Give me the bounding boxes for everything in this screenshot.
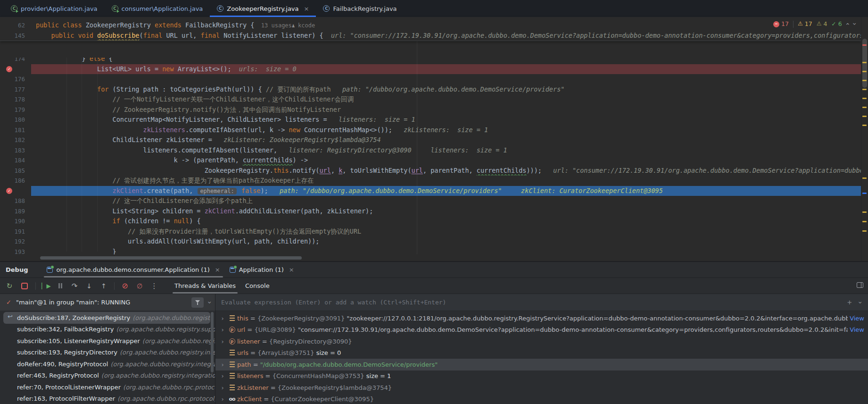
code-line[interactable]: 174 } else { [0,58,861,64]
no-breakpoints-icon[interactable]: ∅ [135,282,144,290]
evaluate-expression-bar[interactable]: Evaluate expression (Enter) or add a wat… [215,294,868,311]
frames-scrollbar[interactable] [211,312,214,372]
code-line[interactable]: 145 public void doSubscribe(final URL ur… [0,31,861,41]
line-number: 179 [14,106,25,113]
gutter: 177 [0,84,31,95]
editor-tab[interactable]: CFailbackRegistry.java [316,0,404,17]
variable-row[interactable]: ›zkListener = {ZookeeperRegistry$lambda@… [215,382,868,394]
step-into-icon[interactable]: ↓ [84,282,94,290]
code-line[interactable]: 179 // ZookeeperRegistry.notify()方法，其中会回… [0,105,861,115]
expand-chevron-icon[interactable]: › [218,361,227,368]
view-link[interactable]: View [850,315,864,322]
code-line[interactable]: 191 // 如果没有Provider注册，toUrlsWithEmpty()方… [0,227,861,237]
expand-chevron-icon[interactable]: › [218,326,227,333]
code-token [93,32,97,39]
code-line[interactable]: 181 zkListeners.computeIfAbsent(url, k -… [0,125,861,135]
tab-threads-variables[interactable]: Threads & Variables [170,278,240,294]
code-lines[interactable]: 174 } else {✓ List<URL> urls = new Array… [0,58,861,254]
rerun-icon[interactable]: ↻ [5,282,14,290]
horizontal-scrollbar[interactable] [40,256,302,260]
code-line[interactable]: 183 listeners.computeIfAbsent(listener, … [0,145,861,156]
code-line[interactable]: 177 for (String path : toCategoriesPath(… [0,84,861,95]
expand-chevron-icon[interactable]: › [218,372,227,379]
breakpoint-icon[interactable]: ✓ [6,66,12,72]
expand-chevron-icon[interactable]: › [218,315,227,322]
code-line[interactable]: 182 ChildListener zkListener = zkListene… [0,135,861,145]
gutter: 185 [0,166,31,176]
stripe-mark [862,98,867,99]
layout-settings-icon[interactable] [857,282,863,288]
view-link[interactable]: View [850,326,864,333]
debug-run-tab[interactable]: org.apache.dubbo.demo.consumer.Applicati… [42,262,224,278]
variable-row[interactable]: ›oozkClient = {CuratorZookeeperClient@30… [215,394,868,404]
code-line[interactable]: 189 List<String> children = zkClient.add… [0,206,861,217]
resume-icon[interactable]: ▶ [41,283,51,289]
step-out-icon[interactable]: ↑ [99,282,108,290]
step-over-icon[interactable]: ↷ [70,282,79,290]
evaluate-input[interactable]: Evaluate expression (Enter) or add a wat… [221,299,847,306]
add-watch-icon[interactable]: + [847,298,852,307]
code-line[interactable]: 178 // 一个NotifyListener关联一个ChildListener… [0,94,861,105]
evaluate-history-icon[interactable]: › [857,300,864,304]
stop-icon[interactable] [21,283,28,289]
variable-row[interactable]: ›plistener = {RegistryDirectory@3090} [215,336,868,347]
expand-chevron-icon[interactable]: › [218,338,227,345]
mute-breakpoints-icon[interactable]: ⊘ [120,281,130,290]
code-token: false [241,187,261,194]
gutter: 191 [0,227,31,237]
variable-row[interactable]: ›path = "/dubbo/org.apache.dubbo.demo.De… [215,359,868,370]
code-line[interactable]: 184 k -> (parentPath, currentChilds) -> [0,155,861,166]
code-line[interactable]: 192 urls.addAll(toUrlsWithEmpty(url, pat… [0,236,861,247]
filter-frames-icon[interactable] [191,297,204,308]
variable-row[interactable]: ›listeners = {ConcurrentHashMap@3753} si… [215,370,868,382]
frame-package: (org.apache.dubbo.rpc.protocol) [117,395,215,402]
code-token: ConcurrentHashMap<>()); [300,126,392,134]
variables-list[interactable]: ›this = {ZookeeperRegistry@3091} "zookee… [215,311,868,404]
editor-tab[interactable]: CZookeeperRegistry.java× [210,0,316,17]
indent-guide [97,58,98,252]
problems-widget[interactable]: −17 ⚠17 ⚠4 ✓6 › › [771,19,858,29]
code-line[interactable]: 186 // 尝试创建持久节点，主要是为了确保当前path在Zookeeper上… [0,176,861,186]
code-line[interactable]: ✓ zkClient.create(path, ephemeral: false… [0,186,861,196]
variable-row[interactable]: ›this = {ZookeeperRegistry@3091} "zookee… [215,312,868,324]
frames-list[interactable]: ↩doSubscribe:187, ZookeeperRegistry(org.… [0,311,215,404]
code-editor[interactable]: 174 } else {✓ List<URL> urls = new Array… [0,17,868,261]
stack-frame-row[interactable]: refer:463, RegistryProtocol(org.apache.d… [0,370,215,382]
code-line[interactable]: 180 ConcurrentMap<NotifyListener, ChildL… [0,115,861,125]
editor-tab[interactable]: Cconsumer\Application.java [105,0,210,17]
code-line[interactable]: 188 // 这一个ChildListener会添加到多个path上 [0,196,861,206]
code-token: // 如果没有Provider注册，toUrlsWithEmpty()方法会返回… [128,227,361,235]
pause-icon[interactable] [58,283,62,288]
code-line[interactable]: 190 if (children != null) { [0,216,861,227]
expand-chevron-icon[interactable]: › [218,384,227,391]
run-console-icon [230,267,236,273]
debug-run-tab[interactable]: Application (1)× [225,262,299,278]
code-line[interactable]: 185 ZookeeperRegistry.this.notify(url, k… [0,166,861,176]
breakpoint-icon[interactable]: ✓ [6,188,12,194]
stack-frame-row[interactable]: subscribe:105, ListenerRegistryWrapper(o… [0,335,215,347]
close-icon[interactable]: × [289,266,294,273]
next-problem-icon[interactable]: › [849,23,860,25]
close-icon[interactable]: × [215,266,220,273]
variable-row[interactable]: urls = {ArrayList@3751} size = 0 [215,347,868,359]
error-stripe[interactable] [861,17,868,261]
code-line[interactable]: 62public class ZookeeperRegistry extends… [0,20,861,31]
code-line[interactable]: 176 [0,74,861,84]
stack-frame-row[interactable]: refer:163, ProtocolFilterWrapper(org.apa… [0,393,215,404]
code-token: zkClient [113,187,143,194]
expand-chevron-icon[interactable]: › [218,396,227,403]
code-line[interactable]: 193 } [0,247,861,255]
stack-frame-row[interactable]: subscribe:342, FailbackRegistry(org.apac… [0,324,215,336]
stack-frame-row[interactable]: refer:70, ProtocolListenerWrapper(org.ap… [0,381,215,393]
stack-frame-row[interactable]: ↩doSubscribe:187, ZookeeperRegistry(org.… [3,312,210,324]
code-line[interactable]: ✓ List<URL> urls = new ArrayList<>(); ur… [0,64,861,75]
thread-dropdown-icon[interactable]: › [206,301,214,304]
more-icon[interactable]: ⋮ [149,282,159,290]
thread-header[interactable]: ✓ "main"@1 in group "main": RUNNING › [0,294,215,311]
variable-row[interactable]: ›purl = {URL@3089} "consumer://172.19.30… [215,324,868,336]
stack-frame-row[interactable]: doRefer:490, RegistryProtocol(org.apache… [0,358,215,370]
close-icon[interactable]: × [304,5,309,12]
tab-console[interactable]: Console [240,278,274,294]
stack-frame-row[interactable]: subscribe:193, RegistryDirectory(org.apa… [0,347,215,359]
editor-tab[interactable]: Cprovider\Application.java [4,0,105,17]
